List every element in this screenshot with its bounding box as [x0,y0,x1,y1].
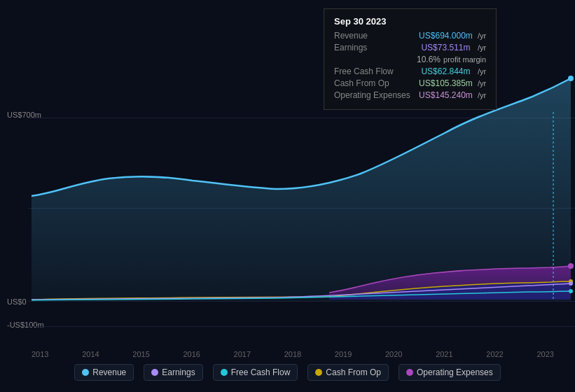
tooltip-revenue-row: Revenue US$694.000m /yr [334,31,486,41]
earnings-dot [569,281,573,286]
x-label-2023: 2023 [536,350,553,358]
x-label-2017: 2017 [234,350,251,358]
legend-earnings[interactable]: Earnings [144,364,202,381]
tooltip-fcf-unit: /yr [478,67,486,76]
tooltip-fcf-value: US$62.844m [421,66,470,76]
legend-fcf-dot [221,369,228,376]
legend-cashfromop[interactable]: Cash From Op [307,364,389,381]
tooltip-revenue-label: Revenue [334,31,411,41]
legend-opex-label: Operating Expenses [417,368,493,377]
x-label-2022: 2022 [486,350,503,358]
legend-cashfromop-dot [315,369,322,376]
x-label-2018: 2018 [284,350,301,358]
tooltip-opex-row: Operating Expenses US$145.240m /yr [334,90,486,100]
legend-cashfromop-label: Cash From Op [326,368,381,377]
x-label-2014: 2014 [82,350,99,358]
tooltip-profit-label: profit margin [443,55,486,64]
legend: Revenue Earnings Free Cash Flow Cash Fro… [0,360,575,385]
tooltip-cashfromop-row: Cash From Op US$105.385m /yr [334,78,486,88]
tooltip-date: Sep 30 2023 [334,16,486,27]
tooltip-fcf-label: Free Cash Flow [334,66,411,76]
tooltip-fcf-row: Free Cash Flow US$62.844m /yr [334,66,486,76]
tooltip-earnings-value: US$73.511m [421,43,470,52]
tooltip-earnings-unit: /yr [478,43,486,52]
x-label-2016: 2016 [183,350,200,358]
x-axis: 2013 2014 2015 2016 2017 2018 2019 2020 … [0,350,575,358]
x-label-2015: 2015 [132,350,149,358]
tooltip-revenue-value: US$694.000m [419,31,473,41]
legend-earnings-label: Earnings [162,368,195,377]
x-label-2021: 2021 [436,350,452,358]
tooltip-profit-row: 10.6% profit margin [334,55,486,64]
x-label-2013: 2013 [32,350,48,358]
tooltip-box: Sep 30 2023 Revenue US$694.000m /yr Earn… [324,8,497,110]
x-label-2019: 2019 [335,350,352,358]
tooltip-opex-unit: /yr [478,91,486,99]
tooltip-earnings-row: Earnings US$73.511m /yr [334,43,486,52]
opex-dot [568,263,574,269]
tooltip-earnings-label: Earnings [334,43,411,52]
legend-fcf[interactable]: Free Cash Flow [213,364,298,381]
legend-opex-dot [406,369,413,376]
legend-earnings-dot [151,369,158,376]
tooltip-opex-label: Operating Expenses [334,90,411,100]
tooltip-profit-pct: 10.6% [417,55,441,64]
fcf-dot [569,289,573,293]
legend-fcf-label: Free Cash Flow [231,368,291,377]
legend-revenue-label: Revenue [92,368,126,377]
tooltip-cashfromop-label: Cash From Op [334,78,411,88]
chart-container: Sep 30 2023 Revenue US$694.000m /yr Earn… [0,0,575,392]
x-label-2020: 2020 [385,350,402,358]
tooltip-opex-value: US$145.240m [419,90,473,100]
legend-revenue-dot [82,369,89,376]
legend-opex[interactable]: Operating Expenses [399,364,501,381]
tooltip-cashfromop-value: US$105.385m [419,78,473,88]
tooltip-cashfromop-unit: /yr [478,79,486,88]
tooltip-revenue-unit: /yr [478,31,486,40]
revenue-dot [568,76,574,81]
legend-revenue[interactable]: Revenue [74,364,134,381]
